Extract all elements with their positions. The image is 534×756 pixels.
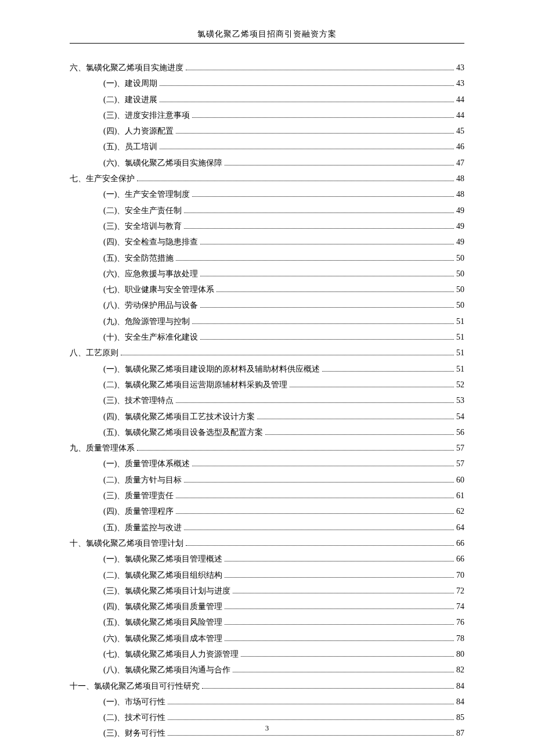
toc-row: (二)、氯磺化聚乙烯项目运营期原辅材料采购及管理52 [70,377,464,393]
toc-label: (三)、安全培训与教育 [103,218,182,234]
toc-label: (十)、安全生产标准化建设 [103,329,198,345]
toc-label: (四)、安全检查与隐患排查 [103,234,198,250]
toc-page: 44 [456,92,464,107]
toc-page: 45 [456,123,464,139]
toc-page: 70 [456,567,464,583]
toc-dots [184,223,454,229]
toc-page: 78 [456,631,464,646]
toc-label: 十一、氯磺化聚乙烯项目可行性研究 [70,678,200,694]
toc-dots [192,192,454,197]
toc-row: (三)、质量管理责任61 [70,488,464,503]
toc-label: (四)、人力资源配置 [103,123,174,139]
toc-label: (四)、质量管理程序 [103,503,174,519]
toc-row: (二)、建设进展44 [70,92,464,107]
toc-page: 72 [456,583,464,599]
header-divider [70,43,464,44]
toc-row: (四)、人力资源配置45 [70,123,464,139]
toc-label: (五)、安全防范措施 [103,250,174,266]
toc-row: (一)、市场可行性84 [70,694,464,710]
table-of-contents: 六、氯磺化聚乙烯项目实施进度43(一)、建设周期43(二)、建设进展44(三)、… [70,60,464,741]
toc-dots [202,683,454,689]
toc-row: 九、质量管理体系57 [70,440,464,456]
toc-page: 54 [456,409,464,424]
toc-page: 56 [456,424,464,440]
toc-dots [176,509,454,514]
toc-label: (五)、员工培训 [103,139,157,154]
toc-row: (八)、氯磺化聚乙烯项目沟通与合作82 [70,662,464,678]
toc-dots [176,397,454,403]
toc-row: (六)、氯磺化聚乙烯项目成本管理78 [70,631,464,646]
toc-label: 六、氯磺化聚乙烯项目实施进度 [70,60,183,75]
toc-label: (八)、劳动保护用品与设备 [103,297,198,313]
toc-label: (六)、应急救援与事故处理 [103,266,198,282]
toc-page: 43 [456,75,464,91]
toc-page: 51 [456,345,464,361]
toc-dots [200,239,454,244]
toc-label: (八)、氯磺化聚乙烯项目沟通与合作 [103,662,230,678]
toc-label: 十、氯磺化聚乙烯项目管理计划 [70,535,183,551]
toc-label: (一)、氯磺化聚乙烯项目建设期的原材料及辅助材料供应概述 [103,361,320,377]
toc-label: 八、工艺原则 [70,345,118,361]
toc-row: 六、氯磺化聚乙烯项目实施进度43 [70,60,464,75]
toc-label: (一)、建设周期 [103,75,157,91]
toc-row: (二)、安全生产责任制49 [70,203,464,218]
page-header: 氯磺化聚乙烯项目招商引资融资方案 [70,29,464,39]
page-container: 氯磺化聚乙烯项目招商引资融资方案 六、氯磺化聚乙烯项目实施进度43(一)、建设周… [0,0,534,756]
toc-dots [217,286,454,292]
toc-row: (一)、氯磺化聚乙烯项目建设期的原材料及辅助材料供应概述51 [70,361,464,377]
toc-row: (五)、员工培训46 [70,139,464,154]
toc-label: (三)、质量管理责任 [103,488,174,503]
toc-page: 51 [456,361,464,377]
toc-row: (四)、氯磺化聚乙烯项目工艺技术设计方案54 [70,409,464,424]
toc-dots [290,381,454,387]
toc-page: 50 [456,250,464,266]
toc-label: (五)、质量监控与改进 [103,520,182,535]
toc-page: 43 [456,60,464,75]
toc-page: 48 [456,186,464,202]
toc-label: (三)、氯磺化聚乙烯项目计划与进度 [103,583,230,599]
toc-row: (六)、应急救援与事故处理50 [70,266,464,282]
toc-label: (六)、氯磺化聚乙烯项目成本管理 [103,631,222,646]
toc-row: (三)、安全培训与教育49 [70,218,464,234]
toc-row: (五)、氯磺化聚乙烯项目风险管理76 [70,614,464,630]
toc-label: (七)、职业健康与安全管理体系 [103,282,214,297]
toc-label: (二)、氯磺化聚乙烯项目运营期原辅材料采购及管理 [103,377,287,393]
toc-page: 48 [456,171,464,186]
toc-page: 80 [456,646,464,662]
toc-row: (四)、质量管理程序62 [70,503,464,519]
toc-dots [265,429,454,435]
toc-page: 66 [456,551,464,567]
toc-page: 76 [456,614,464,630]
toc-label: (一)、市场可行性 [103,694,165,710]
toc-row: (二)、质量方针与目标60 [70,472,464,488]
toc-dots [233,588,454,593]
toc-dots [233,667,454,672]
toc-page: 66 [456,535,464,551]
toc-dots [192,112,454,118]
toc-label: (二)、氯磺化聚乙烯项目组织结构 [103,567,222,583]
toc-page: 74 [456,599,464,614]
toc-row: (一)、氯磺化聚乙烯项目管理概述66 [70,551,464,567]
toc-dots [121,350,454,356]
toc-row: (五)、安全防范措施50 [70,250,464,266]
toc-dots [160,96,454,102]
toc-row: (八)、劳动保护用品与设备50 [70,297,464,313]
page-number: 3 [0,723,534,733]
toc-row: (四)、氯磺化聚乙烯项目质量管理74 [70,599,464,614]
toc-dots [186,540,454,546]
toc-dots [137,175,454,181]
toc-dots [257,413,454,419]
toc-dots [176,492,454,498]
toc-dots [184,207,454,213]
toc-label: (七)、氯磺化聚乙烯项目人力资源管理 [103,646,239,662]
toc-row: (五)、质量监控与改进64 [70,520,464,535]
toc-page: 64 [456,520,464,535]
toc-label: (四)、氯磺化聚乙烯项目工艺技术设计方案 [103,409,255,424]
toc-page: 57 [456,456,464,471]
toc-dots [168,699,454,704]
toc-dots [168,714,454,720]
toc-dots [200,303,454,308]
toc-row: (五)、氯磺化聚乙烯项目设备选型及配置方案56 [70,424,464,440]
toc-page: 51 [456,329,464,345]
toc-row: 十一、氯磺化聚乙烯项目可行性研究84 [70,678,464,694]
